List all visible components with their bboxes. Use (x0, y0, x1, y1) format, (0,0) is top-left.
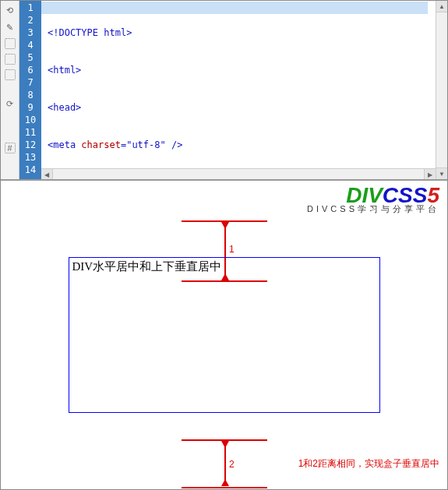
annotation-note: 1和2距离相同，实现盒子垂直居中 (298, 457, 439, 471)
brand-tagline: DIVCSS学习与分享平台 (307, 205, 439, 214)
line-number: 7 (19, 76, 41, 89)
scroll-left-arrow[interactable]: ◀ (41, 169, 53, 180)
line-number: 6 (19, 64, 41, 76)
annotation-line (182, 487, 267, 488)
line-number: 14 (19, 164, 41, 176)
scroll-down-arrow[interactable]: ▼ (436, 167, 447, 179)
line-number: 4 (19, 39, 41, 51)
tool-icon-2[interactable]: ✎ (4, 21, 16, 33)
line-number: 12 (19, 139, 41, 151)
line-number: 11 (19, 126, 41, 139)
editor-vertical-scrollbar[interactable]: ▲ ▼ (436, 1, 447, 179)
scroll-track[interactable] (436, 12, 447, 167)
line-number: 2 (19, 14, 41, 26)
tool-icon-4[interactable] (5, 54, 16, 65)
current-line-highlight (41, 2, 428, 14)
line-number: 8 (19, 89, 41, 101)
arrow-down-icon (221, 441, 229, 448)
annotation-label-2: 2 (229, 459, 235, 470)
code-editor-pane: ⟲ ✎ ⟳ # 1 2 3 4 5 6 7 8 9 10 11 12 13 14… (1, 1, 447, 180)
line-number: 3 (19, 26, 41, 39)
line-number: 1 (19, 2, 41, 14)
annotation-label-1: 1 (229, 244, 235, 255)
arrow-down-icon (221, 222, 229, 229)
line-number: 9 (19, 101, 41, 114)
code-area[interactable]: <!DOCTYPE html> <html> <head> <meta char… (41, 1, 436, 179)
scroll-up-arrow[interactable]: ▲ (436, 1, 447, 12)
line-number: 10 (19, 114, 41, 126)
line-number: 5 (19, 51, 41, 64)
line-number: 13 (19, 151, 41, 164)
tool-icon-1[interactable]: ⟲ (4, 4, 16, 16)
preview-pane: DIVCSS5 DIVCSS学习与分享平台 1 DIV水平居中和上下垂直居中 2… (1, 180, 447, 489)
line-number-gutter: 1 2 3 4 5 6 7 8 9 10 11 12 13 14 (19, 1, 41, 179)
tool-icon-3[interactable] (5, 38, 16, 49)
brand-logo: DIVCSS5 DIVCSS学习与分享平台 (307, 184, 439, 214)
centered-box: DIV水平居中和上下垂直居中 (69, 257, 380, 413)
arrow-up-icon (221, 479, 229, 486)
tool-icon-5[interactable] (5, 69, 16, 80)
editor-horizontal-scrollbar[interactable]: ◀ ▶ (41, 168, 436, 179)
centered-box-text: DIV水平居中和上下垂直居中 (72, 260, 222, 273)
tool-icon-6[interactable]: ⟳ (4, 97, 16, 110)
tool-icon-7[interactable]: # (5, 143, 16, 153)
scroll-right-arrow[interactable]: ▶ (424, 169, 436, 180)
code-text[interactable]: <!DOCTYPE html> <html> <head> <meta char… (41, 1, 436, 168)
editor-tool-column: ⟲ ✎ ⟳ # (1, 1, 19, 179)
